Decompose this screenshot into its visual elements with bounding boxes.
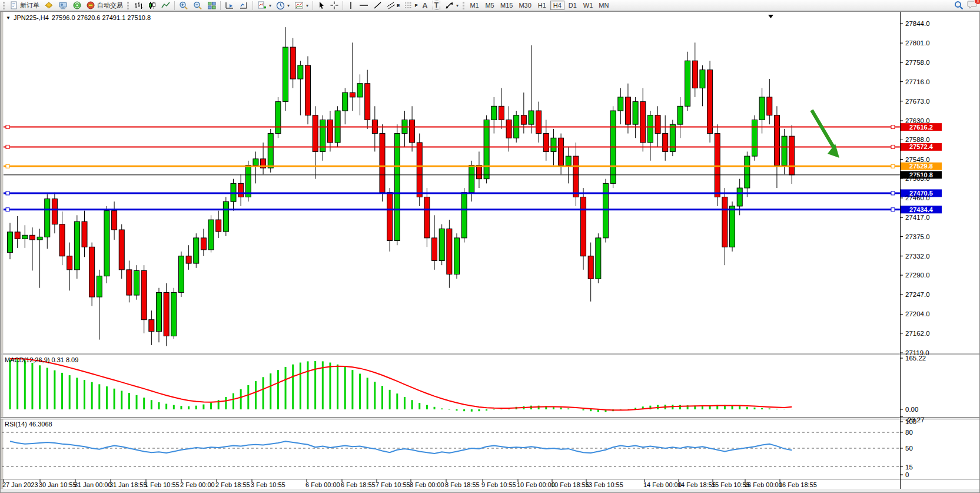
toolbar-grip <box>463 2 466 9</box>
bar-chart-icon <box>134 1 143 9</box>
timeframe-button-m1[interactable]: M1 <box>467 1 481 10</box>
periods-button[interactable]: ▾ <box>274 1 292 11</box>
cursor-tool-button[interactable] <box>315 1 328 11</box>
candle-body <box>410 120 415 143</box>
timeframe-button-m5[interactable]: M5 <box>483 1 497 10</box>
level-anchor[interactable] <box>6 191 9 195</box>
window-bottom-strip <box>1 489 979 492</box>
notifications-button[interactable]: 1 <box>967 0 978 11</box>
zoom-in-button[interactable] <box>177 1 191 11</box>
candle-body <box>476 166 481 179</box>
candle[interactable] <box>275 97 281 138</box>
chart-collapse-icon[interactable]: ▼ <box>6 15 11 21</box>
candle-body <box>692 61 697 88</box>
line-chart-mode-button[interactable] <box>159 1 172 11</box>
label-tool-button[interactable]: T <box>430 1 443 11</box>
terminal-button[interactable] <box>56 1 70 11</box>
text-tool-button[interactable]: A <box>420 1 430 11</box>
candle[interactable] <box>596 233 601 283</box>
candle-body <box>596 238 601 279</box>
date-label: 14 Feb 18:55 <box>677 481 716 488</box>
level-anchor[interactable] <box>6 164 9 168</box>
trendline-tool-button[interactable] <box>371 1 384 11</box>
date-label: 7 Feb 10:55 <box>376 481 410 488</box>
toolbar: 新订单 自动交易 ▾ ▾ <box>0 0 980 11</box>
toolbar-separator <box>253 1 253 10</box>
candle[interactable] <box>461 188 467 243</box>
level-anchor[interactable] <box>891 125 895 129</box>
level-anchor[interactable] <box>891 191 895 195</box>
crosshair-tool-button[interactable] <box>328 1 341 11</box>
level-anchor[interactable] <box>6 208 9 211</box>
candle-body <box>506 120 511 138</box>
level-anchor[interactable] <box>6 125 9 129</box>
candle[interactable] <box>707 61 713 143</box>
fibonacci-tool-button[interactable]: F <box>402 1 420 11</box>
candle[interactable] <box>603 179 609 243</box>
dropdown-caret: ▾ <box>269 3 271 8</box>
candle-body <box>89 247 95 297</box>
timeframe-button-mn[interactable]: MN <box>596 1 611 10</box>
price-tick-label: 27673.0 <box>905 98 930 105</box>
candle[interactable] <box>104 206 109 283</box>
timeframe-button-d1[interactable]: D1 <box>566 1 580 10</box>
search-icon[interactable] <box>954 1 964 10</box>
new-order-button[interactable]: 新订单 <box>8 1 42 11</box>
candle[interactable] <box>685 52 690 111</box>
date-label: 6 Feb 18:55 <box>341 481 376 488</box>
candle[interactable] <box>208 215 214 252</box>
candle[interactable] <box>424 188 430 247</box>
candle-body <box>551 138 556 151</box>
chart-shift-button[interactable] <box>237 1 251 11</box>
candle[interactable] <box>305 56 311 124</box>
horizontal-line-tool-button[interactable] <box>357 1 371 11</box>
candle[interactable] <box>178 252 184 297</box>
channel-tool-button[interactable]: E <box>384 1 402 11</box>
timeframe-button-w1[interactable]: W1 <box>581 1 596 10</box>
candle[interactable] <box>752 115 758 161</box>
add-indicator-button[interactable]: ▾ <box>255 1 274 11</box>
timeframe-button-h1[interactable]: H1 <box>535 1 549 10</box>
candle[interactable] <box>394 124 400 245</box>
candlestick-mode-button[interactable] <box>145 1 159 11</box>
candle[interactable] <box>670 120 675 156</box>
candle[interactable] <box>439 224 444 265</box>
candle[interactable] <box>171 288 177 339</box>
timeframe-button-h4[interactable]: H4 <box>550 1 564 10</box>
candle[interactable] <box>223 197 228 236</box>
candle[interactable] <box>194 233 199 268</box>
level-anchor[interactable] <box>891 208 895 211</box>
candle-body <box>677 106 683 124</box>
tile-windows-button[interactable] <box>205 1 218 11</box>
candle[interactable] <box>89 243 95 306</box>
timeframe-button-m15[interactable]: M15 <box>498 1 515 10</box>
templates-button[interactable]: ▾ <box>292 1 311 11</box>
auto-scroll-button[interactable] <box>222 1 237 11</box>
level-anchor[interactable] <box>891 164 895 168</box>
signals-button[interactable] <box>70 1 84 11</box>
candle[interactable] <box>74 215 79 279</box>
level-anchor[interactable] <box>6 145 9 148</box>
autotrading-button[interactable]: 自动交易 <box>84 1 125 11</box>
candle[interactable] <box>380 124 385 201</box>
candle-body <box>245 166 251 197</box>
bar-chart-mode-button[interactable] <box>132 1 145 11</box>
arrows-tool-button[interactable]: ▾ <box>443 1 461 11</box>
new-order-icon <box>10 1 18 9</box>
price-tick-label: 27844.0 <box>905 20 930 27</box>
text-tool-label: A <box>422 1 427 10</box>
candle[interactable] <box>417 134 422 206</box>
candle[interactable] <box>134 265 139 300</box>
chart-canvas[interactable]: 27616.227572.427529.827510.827470.527434… <box>1 12 979 492</box>
timeframe-button-m30[interactable]: M30 <box>516 1 533 10</box>
candle[interactable] <box>484 115 489 184</box>
price-tick-label: 27375.0 <box>905 233 930 240</box>
candle[interactable] <box>454 233 460 279</box>
price-tick-label: 27630.0 <box>905 117 930 124</box>
zoom-out-button[interactable] <box>191 1 205 11</box>
metaeditor-button[interactable] <box>42 1 56 11</box>
vertical-line-tool-button[interactable] <box>345 1 357 11</box>
dropdown-caret: ▾ <box>456 3 459 8</box>
date-label: 14 Feb 00:00 <box>643 481 682 488</box>
level-anchor[interactable] <box>891 145 895 148</box>
